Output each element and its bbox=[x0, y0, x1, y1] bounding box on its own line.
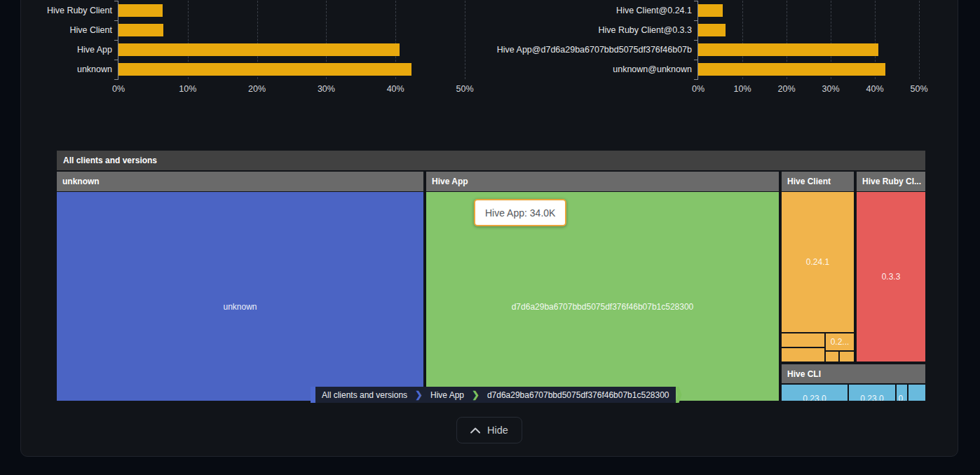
category-label: unknown bbox=[77, 63, 112, 76]
treemap-section-header-hive-app[interactable]: Hive App bbox=[426, 172, 779, 191]
treemap-cell-hive-cli-2[interactable]: 0.23.0 bbox=[849, 385, 895, 401]
x-axis-tick-label: 20% bbox=[777, 84, 795, 94]
treemap-section-header-hive-ruby-client[interactable]: Hive Ruby Cl... bbox=[857, 172, 925, 191]
x-axis-tick-label: 40% bbox=[387, 84, 404, 94]
treemap-cell-hive-cli-4[interactable] bbox=[908, 385, 925, 401]
breadcrumb-separator-icon: ❯ bbox=[414, 387, 424, 403]
y-axis-tick bbox=[694, 1, 698, 1]
x-axis-tick-label: 40% bbox=[866, 84, 883, 94]
category-label: Hive Client@0.24.1 bbox=[616, 4, 692, 17]
x-axis-tick-label: 0% bbox=[112, 84, 125, 94]
treemap-tooltip: Hive App: 34.0K bbox=[474, 199, 566, 226]
treemap-cell-hive-ruby-0-3-3[interactable]: 0.3.3 bbox=[857, 192, 925, 362]
bar-hive-client[interactable] bbox=[118, 24, 163, 36]
treemap-cell-unknown[interactable]: unknown bbox=[57, 192, 423, 401]
bar-unknown[interactable] bbox=[118, 63, 411, 76]
breadcrumb-item-2[interactable]: d7d6a29ba6707bbd5075df376f46b07b1c528300 bbox=[481, 387, 676, 403]
treemap-root-header[interactable]: All clients and versions bbox=[57, 151, 925, 170]
bar-hive-client-0-24-1[interactable] bbox=[698, 4, 723, 17]
treemap-cell-hive-client-small-2[interactable] bbox=[782, 348, 824, 362]
category-label: Hive App@d7d6a29ba6707bbd5075df376f46b07… bbox=[497, 43, 692, 56]
treemap-cell-hive-client-small-1[interactable] bbox=[782, 333, 824, 347]
gridline bbox=[465, 1, 465, 79]
breadcrumb-item-1[interactable]: Hive App bbox=[424, 387, 470, 403]
treemap-cell-hive-cli-3[interactable]: 0. bbox=[897, 385, 907, 401]
category-label: Hive App bbox=[77, 43, 112, 56]
bar-hive-app-d7d6a29ba6707bbd5075df376f46b07b[interactable] bbox=[698, 43, 878, 56]
dashboard-panel: 0%10%20%30%40%50%Hive Ruby ClientHive Cl… bbox=[20, 0, 958, 457]
treemap-section-header-unknown[interactable]: unknown bbox=[57, 172, 423, 191]
treemap-section-header-hive-cli[interactable]: Hive CLI bbox=[782, 364, 925, 383]
hide-button[interactable]: Hide bbox=[456, 417, 522, 443]
category-label: unknown@unknown bbox=[613, 63, 692, 76]
x-axis-tick-label: 10% bbox=[179, 84, 196, 94]
breadcrumb-item-0[interactable]: All clients and versions bbox=[315, 387, 414, 403]
treemap-section-header-hive-client[interactable]: Hive Client bbox=[782, 172, 854, 191]
x-axis-tick-label: 20% bbox=[248, 84, 266, 94]
x-axis-tick-label: 10% bbox=[733, 84, 751, 94]
y-axis-tick bbox=[114, 40, 118, 41]
x-axis-tick-label: 30% bbox=[318, 84, 335, 94]
category-label: Hive Ruby Client@0.3.3 bbox=[598, 24, 692, 36]
hide-button-label: Hide bbox=[487, 425, 508, 436]
x-axis-tick-label: 30% bbox=[822, 84, 839, 94]
treemap-all-clients: All clients and versions unknown unknown… bbox=[57, 151, 925, 401]
y-axis-tick bbox=[114, 1, 118, 1]
bar-hive-ruby-client[interactable] bbox=[118, 4, 163, 17]
x-axis-tick-label: 50% bbox=[456, 84, 473, 94]
treemap-cell-hive-client-0-2[interactable]: 0.2... bbox=[826, 333, 854, 350]
bar-hive-ruby-client-0-3-3[interactable] bbox=[698, 24, 726, 36]
y-axis-tick bbox=[114, 60, 118, 60]
y-axis-tick bbox=[694, 20, 698, 21]
y-axis-tick bbox=[694, 79, 698, 80]
breadcrumb-separator-icon: ❯ bbox=[470, 387, 481, 403]
y-axis-tick bbox=[694, 40, 698, 41]
bar-unknown-unknown[interactable] bbox=[698, 63, 885, 76]
y-axis-tick bbox=[114, 20, 118, 21]
treemap-cell-hive-client-0-24-1[interactable]: 0.24.1 bbox=[782, 192, 854, 332]
bar-chart-clients: 0%10%20%30%40%50%Hive Ruby ClientHive Cl… bbox=[118, 1, 465, 79]
breadcrumb-lead-wedge bbox=[311, 387, 315, 403]
gridline bbox=[919, 1, 920, 79]
y-axis-tick bbox=[694, 60, 698, 60]
x-axis-tick-label: 0% bbox=[692, 84, 705, 94]
bar-chart-client-versions: 0%10%20%30%40%50%Hive Client@0.24.1Hive … bbox=[697, 1, 919, 79]
breadcrumb: All clients and versions❯Hive App❯d7d6a2… bbox=[311, 387, 682, 403]
x-axis-tick-label: 50% bbox=[910, 84, 927, 94]
y-axis-tick bbox=[114, 79, 118, 80]
breadcrumb-tail-wedge bbox=[676, 387, 682, 403]
bar-hive-app[interactable] bbox=[118, 43, 400, 56]
category-label: Hive Client bbox=[70, 24, 112, 36]
chevron-up-icon bbox=[470, 427, 480, 434]
treemap-cell-hive-cli-1[interactable]: 0.23.0 bbox=[782, 385, 848, 401]
treemap-cell-hive-client-tiny-1[interactable] bbox=[826, 352, 838, 362]
category-label: Hive Ruby Client bbox=[47, 4, 112, 17]
treemap-cell-hive-client-tiny-2[interactable] bbox=[840, 352, 854, 362]
